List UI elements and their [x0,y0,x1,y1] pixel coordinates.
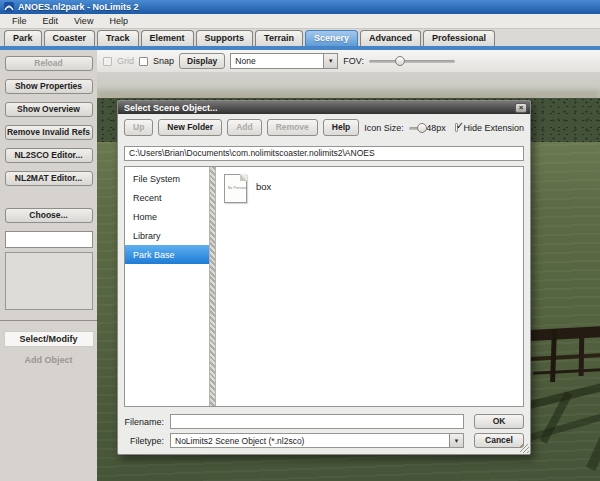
show-properties-button[interactable]: Show Properties [5,79,93,94]
app-window: { "window": { "title": "ANOES.nl2park - … [0,0,600,481]
filetype-row: Filetype: NoLimits2 Scene Object (*.nl2s… [124,433,524,448]
mode-dropdown-value: None [231,56,323,66]
close-icon[interactable]: × [515,103,527,113]
nl2sco-editor-button[interactable]: NL2SCO Editor... [5,148,93,163]
tab-terrain[interactable]: Terrain [255,30,303,46]
reload-button[interactable]: Reload [5,56,93,71]
tab-scenery[interactable]: Scenery [305,30,358,46]
chevron-down-icon[interactable]: ▼ [449,434,463,447]
up-button[interactable]: Up [124,119,153,136]
menu-view[interactable]: View [66,14,101,28]
tab-coaster[interactable]: Coaster [44,30,96,46]
menubar: File Edit View Help [0,14,600,29]
add-button[interactable]: Add [227,119,262,136]
menu-edit[interactable]: Edit [35,14,67,28]
filetype-dropdown[interactable]: NoLimits2 Scene Object (*.nl2sco) ▼ [170,433,464,448]
select-modify-mode[interactable]: Select/Modify [4,331,94,347]
file-icon: No Preview [224,174,247,203]
scene-object-field[interactable] [5,231,93,248]
folded-corner [240,174,247,181]
chevron-down-icon[interactable]: ▼ [323,54,337,68]
icon-size-label: Icon Size: [364,123,404,133]
nl2mat-editor-button[interactable]: NL2MAT Editor... [5,171,93,186]
path-input[interactable] [124,146,524,161]
window-titlebar[interactable]: ANOES.nl2park - NoLimits 2 [0,0,600,14]
file-browser: File System Recent Home Library Park Bas… [124,166,524,408]
tab-supports[interactable]: Supports [196,30,254,46]
files-area[interactable]: No Preview box [216,167,523,407]
tab-advanced[interactable]: Advanced [360,30,421,46]
choose-button[interactable]: Choose... [5,208,93,223]
window-title: ANOES.nl2park - NoLimits 2 [18,2,139,12]
place-library[interactable]: Library [125,226,209,245]
grid-checkbox[interactable] [103,57,112,66]
checkmark-icon: ✓ [456,120,464,131]
snap-checkbox[interactable] [139,57,148,66]
tab-park[interactable]: Park [4,30,42,46]
places-list: File System Recent Home Library Park Bas… [125,167,209,407]
tab-track[interactable]: Track [97,30,139,46]
tab-element[interactable]: Element [141,30,194,46]
grid-label: Grid [117,56,134,66]
snap-label: Snap [153,56,174,66]
app-icon [4,2,14,12]
splitter-handle[interactable] [209,167,216,407]
scenery-toolbar: Grid Snap Display None ▼ FOV: [97,50,600,72]
path-row [118,140,530,164]
icon-size-slider-knob[interactable] [417,123,427,133]
cancel-button[interactable]: Cancel [474,433,524,448]
filetype-label: Filetype: [124,436,170,446]
icon-size-value: 48px [426,123,446,133]
remove-button[interactable]: Remove [267,119,318,136]
dialog-toolbar: Up New Folder Add Remove Help Icon Size:… [118,114,530,140]
fov-slider-knob[interactable] [395,56,405,66]
remove-invalid-refs-button[interactable]: Remove Invalid Refs [5,125,93,140]
ok-button[interactable]: OK [474,414,524,429]
mode-dropdown[interactable]: None ▼ [230,53,338,69]
dialog-titlebar[interactable]: Select Scene Object... × [118,101,530,114]
hide-extension-label: Hide Extension [463,123,524,133]
filename-label: Filename: [124,417,170,427]
sidebar-divider [0,320,97,321]
dialog-title: Select Scene Object... [124,102,515,114]
new-folder-button[interactable]: New Folder [158,119,222,136]
tabbar: Park Coaster Track Element Supports Terr… [0,29,600,46]
fov-label: FOV: [343,56,364,66]
show-overview-button[interactable]: Show Overview [5,102,93,117]
select-scene-object-dialog: Select Scene Object... × Up New Folder A… [117,100,531,455]
list-item[interactable]: No Preview box [224,174,271,203]
fov-slider[interactable] [369,56,455,66]
object-list-panel[interactable] [5,252,93,310]
hide-extension-checkbox[interactable]: ✓ [455,123,459,132]
scenery-sidebar: Reload Show Properties Show Overview Rem… [0,50,97,481]
menu-help[interactable]: Help [101,14,136,28]
file-name: box [256,181,271,192]
help-button[interactable]: Help [323,119,359,136]
place-home[interactable]: Home [125,207,209,226]
filename-input[interactable] [170,414,464,429]
filetype-value: NoLimits2 Scene Object (*.nl2sco) [171,436,449,446]
place-park-base[interactable]: Park Base [125,245,209,264]
place-recent[interactable]: Recent [125,188,209,207]
fov-slider-track [369,60,455,63]
icon-size-slider[interactable] [409,123,422,133]
place-file-system[interactable]: File System [125,169,209,188]
menu-file[interactable]: File [4,14,35,28]
tab-professional[interactable]: Professional [423,30,495,46]
display-button[interactable]: Display [179,53,225,69]
add-object-mode[interactable]: Add Object [24,355,72,365]
dialog-footer: Filename: OK Filetype: NoLimits2 Scene O… [118,409,530,454]
no-preview-text: No Preview [228,184,244,189]
filename-row: Filename: OK [124,414,524,429]
resize-grip[interactable] [520,444,529,453]
